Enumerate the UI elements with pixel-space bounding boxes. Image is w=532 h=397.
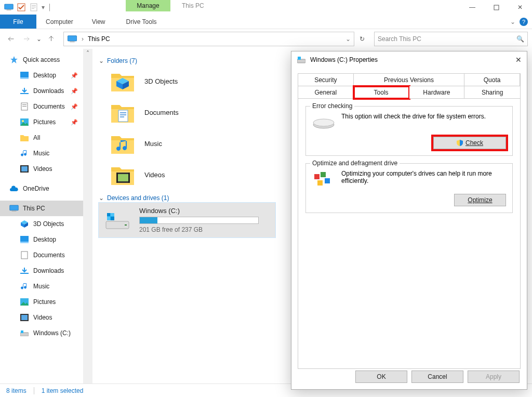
status-selected: 1 item selected (42, 387, 84, 394)
dialog-title-bar[interactable]: Windows (C:) Properties ✕ (291, 51, 527, 68)
svg-rect-34 (120, 112, 126, 113)
properties-icon[interactable] (29, 3, 38, 12)
navigation-row: 🡠 🡢 ⌄ 🡡 › This PC ⌄ ↻ Search This PC 🔍 (0, 29, 532, 49)
sidebar-item-pictures[interactable]: Pictures📌 (0, 114, 83, 130)
group-legend: Error checking (310, 102, 354, 110)
refresh-button[interactable]: ↻ (356, 32, 368, 46)
tab-general[interactable]: General (298, 86, 354, 99)
apply-button[interactable]: Apply (468, 370, 520, 383)
sidebar-item-desktop-pc[interactable]: Desktop (0, 232, 83, 247)
sidebar-item-downloads-pc[interactable]: Downloads (0, 263, 83, 279)
dialog-buttons: OK Cancel Apply (355, 370, 520, 383)
tab-view[interactable]: View (83, 15, 115, 29)
drive-status: 201 GB free of 237 GB (139, 226, 269, 233)
svg-rect-42 (125, 224, 127, 226)
sidebar-item-music[interactable]: Music (0, 145, 83, 161)
svg-rect-8 (68, 36, 76, 41)
svg-rect-30 (21, 315, 28, 320)
svg-rect-53 (321, 172, 326, 177)
file-tab[interactable]: File (0, 15, 36, 29)
sidebar-item-label: Documents (33, 103, 65, 110)
drive-icon (105, 208, 130, 233)
sidebar-item-videos-pc[interactable]: Videos (0, 310, 83, 325)
sidebar-item-label: Videos (33, 314, 52, 321)
sidebar-item-label: Downloads (33, 87, 64, 95)
folder-cube-icon (110, 69, 135, 94)
recent-locations-dropdown[interactable]: ⌄ (35, 32, 43, 46)
sidebar-item-3d-objects[interactable]: 3D Objects (0, 216, 83, 232)
section-label: Folders (7) (107, 57, 137, 64)
help-icon[interactable]: ? (520, 18, 528, 26)
check-button[interactable]: Check (433, 137, 506, 149)
sidebar-item-all[interactable]: All (0, 130, 83, 145)
sidebar-item-videos[interactable]: Videos (0, 161, 83, 177)
drive-item-windows-c[interactable]: Windows (C:) 201 GB free of 237 GB (99, 203, 275, 237)
button-label: Optimize (468, 196, 492, 204)
sidebar-item-label: 3D Objects (33, 220, 64, 228)
contextual-tab-manage[interactable]: Manage (126, 0, 170, 11)
tab-tools[interactable]: Tools (354, 86, 409, 99)
sidebar-item-label: Pictures (33, 298, 56, 306)
svg-rect-49 (298, 57, 301, 60)
search-input[interactable]: Search This PC 🔍 (374, 32, 528, 46)
pc-icon (4, 3, 14, 12)
minimize-button[interactable]: — (460, 0, 484, 15)
back-button[interactable]: 🡠 (4, 32, 18, 46)
svg-rect-26 (21, 252, 28, 259)
sidebar-item-downloads[interactable]: Downloads📌 (0, 83, 83, 99)
nav-scrollbar[interactable]: ˄ (83, 49, 92, 383)
pictures-icon (20, 297, 29, 307)
pin-icon: 📌 (71, 103, 78, 110)
chevron-right-icon[interactable]: › (82, 35, 84, 43)
tab-drive-tools[interactable]: Drive Tools (116, 15, 166, 29)
ribbon-collapse-icon[interactable]: ⌄ (510, 18, 515, 25)
qat-dropdown-icon[interactable]: ▾ (42, 4, 45, 11)
sidebar-item-music-pc[interactable]: Music (0, 279, 83, 294)
checkbox-checked-icon[interactable] (17, 3, 26, 12)
sidebar-item-label: Pictures (33, 118, 56, 126)
video-icon (20, 164, 29, 174)
optimize-button[interactable]: Optimize (454, 194, 506, 206)
tab-hardware[interactable]: Hardware (409, 86, 465, 99)
svg-point-51 (313, 119, 334, 126)
sidebar-item-label: All (33, 134, 40, 141)
forward-button[interactable]: 🡢 (20, 32, 33, 46)
button-label: Apply (486, 373, 501, 380)
scroll-up-icon[interactable]: ˄ (83, 49, 92, 58)
sidebar-item-documents-pc[interactable]: Documents (0, 247, 83, 263)
tab-sharing[interactable]: Sharing (464, 86, 520, 99)
ok-button[interactable]: OK (355, 370, 407, 383)
sidebar-item-this-pc[interactable]: This PC (0, 201, 83, 216)
tab-previous-versions[interactable]: Previous Versions (354, 74, 465, 86)
sidebar-item-desktop[interactable]: Desktop📌 (0, 68, 83, 83)
svg-rect-44 (107, 213, 110, 216)
cancel-button[interactable]: Cancel (411, 370, 463, 383)
tab-security[interactable]: Security (298, 74, 354, 86)
up-button[interactable]: 🡡 (45, 32, 58, 46)
dialog-title: Windows (C:) Properties (310, 56, 378, 63)
tab-quota[interactable]: Quota (464, 74, 520, 86)
address-dropdown-icon[interactable]: ⌄ (345, 35, 351, 43)
address-bar[interactable]: › This PC ⌄ (63, 32, 354, 46)
maximize-button[interactable] (484, 0, 508, 15)
tab-computer[interactable]: Computer (36, 15, 83, 29)
svg-rect-14 (22, 104, 26, 105)
sidebar-item-windows-c[interactable]: Windows (C:) (0, 325, 83, 341)
sidebar-item-pictures-pc[interactable]: Pictures (0, 294, 83, 310)
chevron-down-icon[interactable]: ⌄ (99, 57, 104, 64)
ribbon: File Computer View Drive Tools ⌄ ? (0, 15, 532, 29)
address-segment[interactable]: This PC (88, 35, 110, 43)
sidebar-item-quick-access[interactable]: Quick access (0, 52, 83, 68)
navigation-pane: Quick access Desktop📌 Downloads📌 Documen… (0, 49, 92, 383)
folder-label: Documents (144, 109, 179, 116)
svg-rect-21 (28, 165, 29, 173)
search-icon[interactable]: 🔍 (516, 35, 524, 43)
pc-icon (67, 35, 77, 43)
sidebar-item-onedrive[interactable]: OneDrive (0, 181, 83, 196)
sidebar-item-documents[interactable]: Documents📌 (0, 99, 83, 114)
close-icon[interactable]: ✕ (515, 56, 522, 64)
svg-rect-20 (20, 165, 21, 173)
svg-rect-25 (20, 242, 29, 243)
chevron-down-icon[interactable]: ⌄ (99, 194, 104, 202)
close-button[interactable]: ✕ (508, 0, 532, 15)
